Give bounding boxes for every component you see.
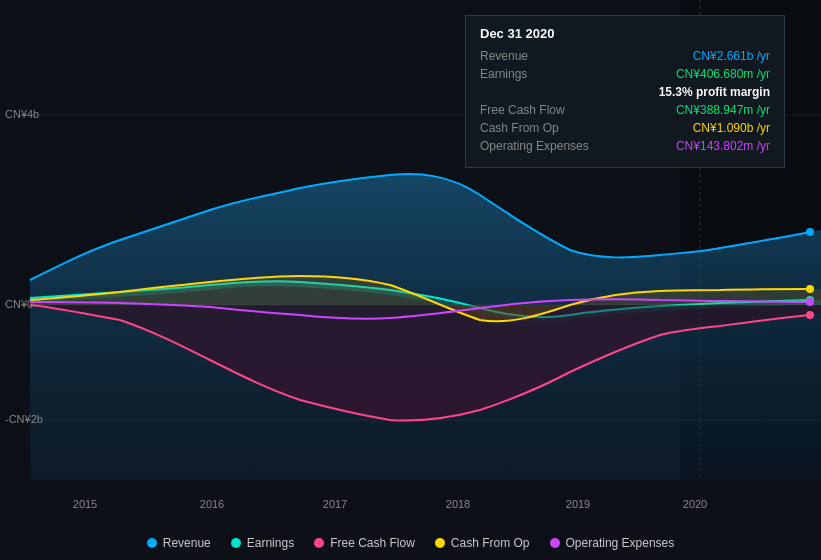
x-label-2016: 2016 xyxy=(200,498,224,510)
legend-revenue[interactable]: Revenue xyxy=(147,536,211,550)
chart-container: CN¥4b CN¥0 -CN¥2b 2015 2016 2017 2018 20… xyxy=(0,0,821,560)
tooltip-fcf-label: Free Cash Flow xyxy=(480,103,565,117)
data-tooltip: Dec 31 2020 Revenue CN¥2.661b /yr Earnin… xyxy=(465,15,785,168)
chart-legend: Revenue Earnings Free Cash Flow Cash Fro… xyxy=(0,536,821,550)
tooltip-earnings-value: CN¥406.680m /yr xyxy=(676,67,770,81)
tooltip-opex-label: Operating Expenses xyxy=(480,139,589,153)
legend-cashfromop-label: Cash From Op xyxy=(451,536,530,550)
tooltip-opex-row: Operating Expenses CN¥143.802m /yr xyxy=(480,139,770,153)
x-label-2017: 2017 xyxy=(323,498,347,510)
tooltip-margin-row: 15.3% profit margin xyxy=(480,85,770,99)
legend-fcf[interactable]: Free Cash Flow xyxy=(314,536,415,550)
y-axis-top: CN¥4b xyxy=(5,108,39,120)
tooltip-cashfromop-row: Cash From Op CN¥1.090b /yr xyxy=(480,121,770,135)
tooltip-earnings-row: Earnings CN¥406.680m /yr xyxy=(480,67,770,81)
svg-point-6 xyxy=(806,228,814,236)
tooltip-earnings-label: Earnings xyxy=(480,67,527,81)
svg-point-10 xyxy=(806,298,814,306)
x-label-2020: 2020 xyxy=(683,498,707,510)
legend-opex-dot xyxy=(550,538,560,548)
legend-fcf-dot xyxy=(314,538,324,548)
legend-fcf-label: Free Cash Flow xyxy=(330,536,415,550)
legend-earnings[interactable]: Earnings xyxy=(231,536,294,550)
tooltip-revenue-row: Revenue CN¥2.661b /yr xyxy=(480,49,770,63)
tooltip-cashfromop-value: CN¥1.090b /yr xyxy=(693,121,770,135)
x-label-2018: 2018 xyxy=(446,498,470,510)
tooltip-cashfromop-label: Cash From Op xyxy=(480,121,559,135)
tooltip-margin-value: 15.3% profit margin xyxy=(659,85,770,99)
x-label-2019: 2019 xyxy=(566,498,590,510)
svg-point-9 xyxy=(806,285,814,293)
legend-earnings-dot xyxy=(231,538,241,548)
legend-cashfromop[interactable]: Cash From Op xyxy=(435,536,530,550)
tooltip-title: Dec 31 2020 xyxy=(480,26,770,41)
tooltip-fcf-value: CN¥388.947m /yr xyxy=(676,103,770,117)
legend-opex[interactable]: Operating Expenses xyxy=(550,536,675,550)
tooltip-fcf-row: Free Cash Flow CN¥388.947m /yr xyxy=(480,103,770,117)
legend-revenue-label: Revenue xyxy=(163,536,211,550)
tooltip-revenue-label: Revenue xyxy=(480,49,528,63)
legend-earnings-label: Earnings xyxy=(247,536,294,550)
svg-point-8 xyxy=(806,311,814,319)
x-label-2015: 2015 xyxy=(73,498,97,510)
legend-opex-label: Operating Expenses xyxy=(566,536,675,550)
tooltip-opex-value: CN¥143.802m /yr xyxy=(676,139,770,153)
y-axis-bottom: -CN¥2b xyxy=(5,413,43,425)
legend-cashfromop-dot xyxy=(435,538,445,548)
y-axis-zero: CN¥0 xyxy=(5,298,33,310)
tooltip-revenue-value: CN¥2.661b /yr xyxy=(693,49,770,63)
legend-revenue-dot xyxy=(147,538,157,548)
